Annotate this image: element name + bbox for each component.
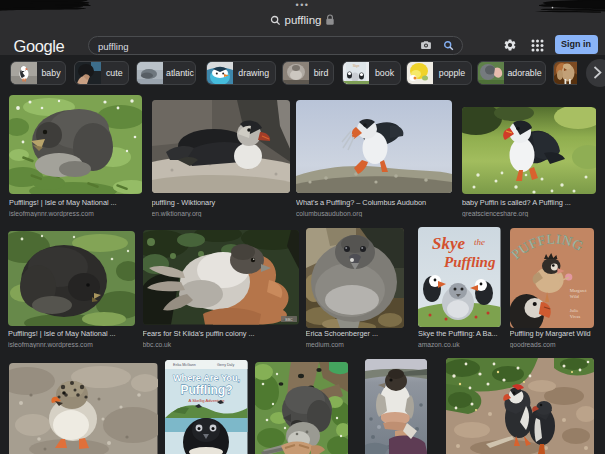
svg-text:Skye: Skye	[353, 64, 360, 68]
svg-text:Erika McGann: Erika McGann	[173, 363, 196, 367]
svg-text:BBC: BBC	[285, 318, 293, 322]
svg-text:Puffling?: Puffling?	[181, 383, 233, 397]
svg-text:Where Are You,: Where Are You,	[173, 373, 240, 383]
svg-text:Julie: Julie	[569, 308, 578, 313]
svg-text:Margaret: Margaret	[569, 288, 587, 293]
svg-text:Wild: Wild	[569, 294, 579, 299]
svg-text:Puffling: Puffling	[444, 254, 496, 270]
svg-text:Vivas: Vivas	[569, 314, 580, 319]
svg-text:the: the	[474, 237, 485, 247]
svg-text:Skye: Skye	[432, 234, 466, 253]
svg-text:Gerry Daly: Gerry Daly	[217, 363, 234, 367]
